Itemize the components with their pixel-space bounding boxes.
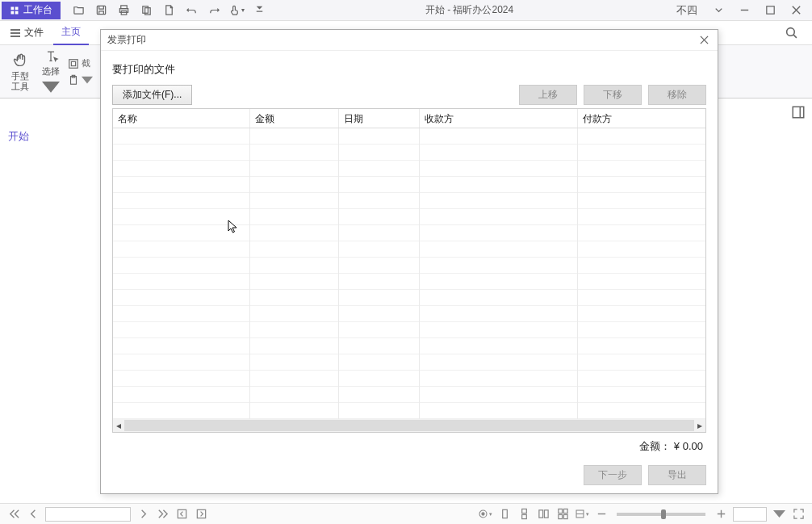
user-dropdown-icon[interactable] [707,1,730,20]
tab-home[interactable]: 主页 [53,20,89,45]
open-icon[interactable] [69,1,88,20]
new-doc-icon[interactable] [159,1,178,20]
zoom-slider[interactable] [617,513,705,516]
table-row [113,209,705,225]
chevron-down-icon [82,74,93,86]
screenshot-icon [68,58,79,69]
zoom-dropdown-icon[interactable] [772,507,786,522]
user-name[interactable]: 不四 [670,3,704,18]
screenshot-button[interactable]: 截 [68,57,93,69]
export-button[interactable]: 导出 [648,465,706,485]
nav-forward-icon[interactable] [194,507,208,522]
maximize-icon[interactable] [759,1,781,20]
file-buttons-row: 添加文件(F)... 上移 下移 移除 [112,85,706,105]
save-icon[interactable] [91,1,111,20]
svg-rect-19 [521,514,526,518]
table-row [113,387,705,403]
table-header: 名称 金额 日期 收款方 付款方 [113,109,705,128]
table-row [113,306,705,322]
dialog-close-button[interactable] [697,33,711,48]
file-menu[interactable]: 文件 [0,26,53,40]
hand-tool-button[interactable]: 手型 工具 [6,48,34,95]
horizontal-scrollbar[interactable]: ◂ ▸ [113,419,705,432]
scroll-track[interactable] [124,420,694,431]
copy-icon[interactable] [136,1,156,20]
table-row [113,145,705,161]
status-right: ▾ ▾ [478,507,806,522]
right-sidebar [791,105,809,137]
total-label: 金额： [639,440,671,452]
first-page-icon[interactable] [6,507,21,522]
touch-icon[interactable]: ▾ [227,1,246,20]
select-button[interactable]: 选择 [37,48,65,95]
layout-facing-icon[interactable] [536,507,550,522]
svg-point-16 [482,513,484,515]
right-button-group: 上移 下移 移除 [519,85,706,105]
dialog-body: 要打印的文件 添加文件(F)... 上移 下移 移除 名称 金额 日期 收款方 … [101,51,718,493]
last-page-icon[interactable] [155,507,170,522]
col-payee[interactable]: 收款方 [420,109,578,128]
table-row [113,354,705,371]
nav-back-icon[interactable] [174,507,189,522]
clipboard-icon [68,74,79,86]
add-file-button[interactable]: 添加文件(F)... [112,85,192,105]
table-row [113,258,705,274]
col-payer[interactable]: 付款方 [578,109,705,128]
select-label: 选择 [42,65,60,78]
table-row [113,128,705,145]
next-button[interactable]: 下一步 [584,465,642,485]
prev-page-icon[interactable] [26,507,40,522]
layout-single-icon[interactable] [497,507,512,522]
ribbon-misc: 截 [68,57,93,86]
print-icon[interactable] [114,1,133,20]
invoice-print-dialog: 发票打印 要打印的文件 添加文件(F)... 上移 下移 移除 名称 金额 日期… [100,29,718,494]
file-menu-label: 文件 [24,26,44,40]
layout-facing-cont-icon[interactable] [555,507,570,522]
search-icon [785,26,798,40]
svg-rect-22 [558,509,562,513]
move-up-button[interactable]: 上移 [519,85,577,105]
workbench-label: 工作台 [23,3,52,17]
scroll-left-icon[interactable]: ◂ [113,420,124,431]
hand-tool-label: 手型 工具 [11,71,29,91]
table-body [113,128,705,419]
fit-icon[interactable]: ▾ [575,507,589,522]
next-page-icon[interactable] [136,507,150,522]
redo-icon[interactable] [204,1,224,20]
svg-rect-24 [558,514,562,518]
doc-tab-start[interactable]: 开始 [8,129,29,144]
table-row [113,403,705,419]
page-input[interactable] [45,507,131,522]
svg-rect-23 [563,509,567,513]
zoom-in-icon[interactable] [714,507,728,522]
total-row: 金额： ¥ 0.00 [112,433,706,457]
search-area [770,23,812,43]
col-name[interactable]: 名称 [113,109,250,128]
zoom-value-input[interactable] [733,507,767,522]
svg-rect-17 [502,509,507,518]
scroll-right-icon[interactable]: ▸ [694,420,705,431]
svg-rect-14 [197,509,205,518]
col-date[interactable]: 日期 [339,109,420,128]
statusbar: ▾ ▾ [0,503,812,524]
fullscreen-icon[interactable] [791,507,806,522]
dropdown-toggle-icon[interactable] [249,1,269,20]
close-icon[interactable] [785,1,807,20]
view-read-icon[interactable]: ▾ [478,507,492,522]
undo-icon[interactable] [182,1,201,20]
move-down-button[interactable]: 下移 [584,85,642,105]
table-row [113,225,705,241]
zoom-out-icon[interactable] [594,507,609,522]
clipboard-button[interactable] [68,74,93,86]
svg-rect-20 [538,510,542,518]
svg-point-7 [786,28,794,36]
collapse-icon[interactable] [791,105,806,119]
workbench-button[interactable]: 工作台 [2,2,61,19]
layout-continuous-icon[interactable] [517,507,531,522]
close-icon [700,36,709,44]
remove-button[interactable]: 移除 [648,85,706,105]
search-button[interactable] [781,23,801,43]
col-amount[interactable]: 金额 [250,109,339,128]
minimize-icon[interactable] [733,1,755,20]
screenshot-label: 截 [82,57,90,69]
